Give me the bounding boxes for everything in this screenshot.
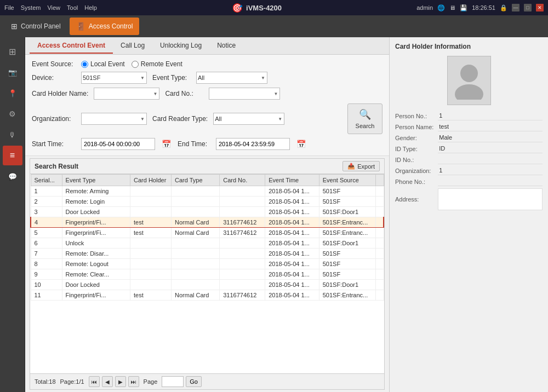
right-panel: Card Holder Information Person No.: 1 Pe… — [389, 37, 548, 392]
cell-event-type: Remote: Clear... — [62, 269, 130, 280]
cell-serial: 2 — [31, 197, 62, 207]
content-area: Access Control Event Call Log Unlocking … — [25, 37, 389, 392]
cell-event-time: 2018-05-04 1... — [265, 280, 319, 290]
cell-event-time: 2018-05-04 1... — [265, 228, 319, 238]
close-button[interactable]: ✕ — [536, 4, 544, 11]
clock: 18:26:51 — [472, 4, 495, 11]
cell-card-no — [220, 207, 265, 217]
filter-row-cardholder: Card Holder Name: Card No.: — [32, 88, 383, 100]
search-button[interactable]: 🔍 Search — [347, 103, 383, 134]
start-calendar-icon[interactable]: 📅 — [162, 140, 171, 148]
table-row[interactable]: 4 Fingerprint/Fi... test Normal Card 311… — [31, 217, 384, 228]
sidebar-icon-mic[interactable]: 🎙 — [3, 125, 22, 145]
card-reader-select[interactable]: All — [213, 113, 284, 125]
cell-event-type: Remote: Disar... — [62, 249, 130, 259]
device-select[interactable]: 501SF — [81, 72, 147, 84]
end-calendar-icon[interactable]: 📅 — [296, 140, 306, 148]
export-button[interactable]: 📤 Export — [342, 161, 380, 171]
col-event-time: Event Time — [265, 175, 319, 186]
person-info-grid: Person No.: 1 Person Name: test Gender: … — [395, 112, 543, 210]
cell-card-no — [220, 269, 265, 280]
table-row[interactable]: 11 Fingerprint/Fi... test Normal Card 31… — [31, 290, 384, 301]
table-row[interactable]: 2 Remote: Login 2018-05-04 1... 501SF — [31, 197, 384, 207]
organization-select-wrapper — [81, 113, 147, 125]
tab-access-control-event[interactable]: Access Control Event — [30, 38, 113, 54]
cell-card-type — [172, 186, 220, 197]
cell-serial: 7 — [31, 249, 62, 259]
event-type-select[interactable]: All — [196, 72, 267, 84]
cell-extra — [376, 186, 384, 197]
cell-event-time: 2018-05-04 1... — [265, 259, 319, 269]
cell-card-type — [172, 207, 220, 217]
phone-value — [438, 177, 543, 186]
prev-page-button[interactable]: ◀ — [102, 376, 113, 387]
table-container: Serial... Event Type Card Holder Card Ty… — [30, 174, 384, 373]
sidebar-icon-camera[interactable]: 📷 — [3, 62, 22, 82]
table-row[interactable]: 10 Door Locked 2018-05-04 1... 501SF:Doo… — [31, 280, 384, 290]
radio-local-input[interactable] — [81, 61, 88, 68]
cell-event-type: Remote: Logout — [62, 259, 130, 269]
cell-card-type: Normal Card — [172, 217, 220, 228]
table-row[interactable]: 1 Remote: Arming 2018-05-04 1... 501SF — [31, 186, 384, 197]
organization-select[interactable] — [81, 113, 147, 125]
card-no-select[interactable] — [209, 88, 280, 100]
sidebar-icon-location[interactable]: 📍 — [3, 83, 22, 103]
result-title: Search Result — [35, 163, 78, 170]
maximize-button[interactable]: □ — [524, 4, 532, 11]
menu-file[interactable]: File — [4, 4, 14, 11]
nav-access-control[interactable]: 🚪 Access Control — [70, 18, 140, 35]
tab-notice[interactable]: Notice — [209, 38, 243, 54]
radio-remote-input[interactable] — [132, 61, 139, 68]
result-header: Search Result 📤 Export — [30, 159, 384, 174]
total-count: Total:18 — [35, 378, 56, 385]
first-page-button[interactable]: ⏮ — [89, 376, 100, 387]
cell-card-no — [220, 197, 265, 207]
sidebar-icon-list[interactable]: ≡ — [3, 146, 22, 165]
table-row[interactable]: 9 Remote: Clear... 2018-05-04 1... 501SF — [31, 269, 384, 280]
cell-event-source: 501SF — [319, 249, 376, 259]
ram-icon: 💾 — [460, 4, 467, 11]
menu-view[interactable]: View — [47, 4, 60, 11]
cell-serial: 8 — [31, 259, 62, 269]
titlebar: File System View Tool Help 🎯 iVMS-4200 a… — [0, 0, 548, 15]
cell-event-type: Door Locked — [62, 280, 130, 290]
go-button[interactable]: Go — [186, 376, 202, 387]
next-page-button[interactable]: ▶ — [115, 376, 126, 387]
start-time-input[interactable] — [81, 138, 155, 150]
cell-card-type — [172, 280, 220, 290]
card-holder-select[interactable] — [94, 88, 159, 100]
sidebar-icon-settings[interactable]: ⚙ — [3, 104, 22, 124]
cell-event-time: 2018-05-04 1... — [265, 207, 319, 217]
table-row[interactable]: 5 Fingerprint/Fi... test Normal Card 311… — [31, 228, 384, 238]
cell-event-type: Fingerprint/Fi... — [62, 217, 130, 228]
radio-local-event[interactable]: Local Event — [81, 60, 125, 68]
menu-help[interactable]: Help — [84, 4, 97, 11]
table-row[interactable]: 7 Remote: Disar... 2018-05-04 1... 501SF — [31, 249, 384, 259]
cell-event-source: 501SF:Entranc... — [319, 217, 376, 228]
cell-serial: 4 — [31, 217, 62, 228]
table-row[interactable]: 3 Door Locked 2018-05-04 1... 501SF:Door… — [31, 207, 384, 217]
sidebar-icon-chat[interactable]: 💬 — [3, 166, 22, 186]
cell-event-time: 2018-05-04 1... — [265, 197, 319, 207]
cell-event-time: 2018-05-04 1... — [265, 186, 319, 197]
tab-unlocking-log[interactable]: Unlocking Log — [152, 38, 209, 54]
page-number-input[interactable] — [162, 376, 184, 387]
menu-system[interactable]: System — [21, 4, 41, 11]
table-row[interactable]: 6 Unlock 2018-05-04 1... 501SF:Door1 — [31, 238, 384, 249]
event-type-label: Event Type: — [152, 74, 191, 82]
tab-call-log[interactable]: Call Log — [113, 38, 152, 54]
radio-remote-event[interactable]: Remote Event — [132, 60, 182, 68]
table-row[interactable]: 8 Remote: Logout 2018-05-04 1... 501SF — [31, 259, 384, 269]
lock-icon: 🔒 — [500, 4, 507, 11]
cell-card-no — [220, 249, 265, 259]
cell-extra — [376, 238, 384, 249]
cell-event-type: Remote: Arming — [62, 186, 130, 197]
panel-title: Card Holder Information — [395, 43, 543, 50]
nav-control-panel[interactable]: ⊞ Control Panel — [4, 18, 67, 35]
last-page-button[interactable]: ⏭ — [128, 376, 139, 387]
menu-tool[interactable]: Tool — [67, 4, 78, 11]
sidebar-icon-grid[interactable]: ⊞ — [3, 42, 22, 61]
end-time-input[interactable] — [216, 138, 290, 150]
cell-card-type — [172, 238, 220, 249]
minimize-button[interactable]: — — [512, 4, 520, 11]
